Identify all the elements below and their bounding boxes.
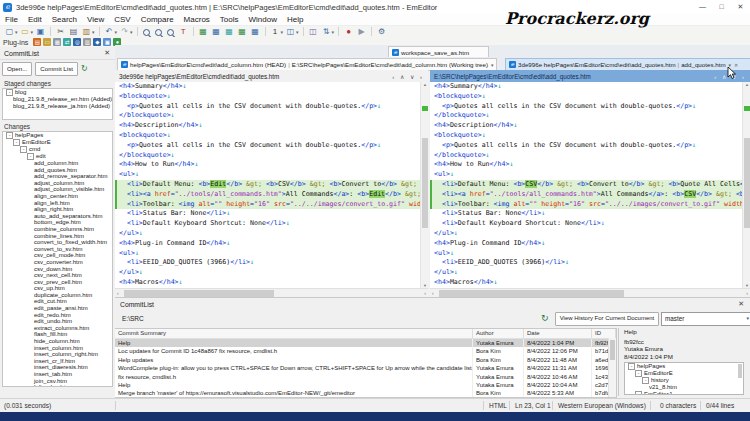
- csv-user-icon[interactable]: ▦: [224, 27, 235, 37]
- tree-file[interactable]: insert_tab.htm: [3, 371, 112, 378]
- code-line[interactable]: <h4>Plug-in Command ID</h4>↓: [115, 239, 420, 249]
- code-line[interactable]: <h4>How to Run</h4>↓: [115, 160, 420, 170]
- table-row[interactable]: HelpYutaka Emura8/4/2022 1:04 PMfb92fcc: [115, 339, 616, 347]
- refresh-icon[interactable]: ↻: [81, 63, 88, 75]
- menu-tools[interactable]: Tools: [215, 14, 244, 25]
- plugin-icon-6[interactable]: ▥: [83, 38, 91, 46]
- workspace-icon[interactable]: ◫: [285, 27, 296, 37]
- minimize-button[interactable]: —: [693, 0, 712, 14]
- code-line[interactable]: </blockquote>↓: [115, 111, 420, 121]
- scroll-thumb[interactable]: [422, 138, 428, 228]
- menu-search[interactable]: Search: [47, 14, 82, 25]
- code-line[interactable]: <li>EEID_ADD_QUOTES (3966)</li>↓: [430, 258, 742, 268]
- status-cursor-position[interactable]: Ln 23, Col 1: [515, 399, 551, 412]
- status-syntax[interactable]: HTML: [489, 399, 507, 412]
- tree-file[interactable]: duplicate_column.htm: [3, 292, 112, 299]
- csv-mode-icon[interactable]: ▦: [237, 27, 248, 37]
- tree-file[interactable]: edit_cut.htm: [3, 298, 112, 305]
- tree-file[interactable]: adjust_column_visible.htm: [3, 186, 112, 193]
- compare-icon[interactable]: ◫: [308, 27, 319, 37]
- code-line[interactable]: <p>Quotes all cells in the CSV document …: [115, 102, 420, 112]
- code-line[interactable]: </blockquote>↓: [115, 151, 420, 161]
- code-line[interactable]: <li>Status Bar: None</li>↓: [115, 209, 420, 219]
- column-header-commit-summary[interactable]: Commit Summary: [115, 329, 473, 338]
- code-line[interactable]: <h4>Macros</h4>↓: [430, 278, 742, 288]
- code-line[interactable]: <blockquote>↓: [115, 92, 420, 102]
- tree-folder[interactable]: -EmEditorE: [625, 370, 743, 377]
- replace-icon[interactable]: [155, 29, 162, 36]
- code-line[interactable]: <ul>↓: [430, 249, 742, 259]
- dropdown-caret-icon[interactable]: ▾: [296, 27, 299, 37]
- pane-header-right[interactable]: E:\SRC\helpPages\EmEditorE\cmd\edit\add_…: [430, 70, 750, 82]
- status-encoding[interactable]: Western European (Windows): [558, 399, 646, 412]
- code-line[interactable]: <ul>↓: [115, 170, 420, 180]
- code-line[interactable]: </ul>↓: [115, 268, 420, 278]
- table-row[interactable]: HelpYutaka Emura8/4/2022 10:04 AMc2d72e6: [115, 381, 616, 389]
- undo-icon[interactable]: ↶: [104, 27, 115, 37]
- code-line[interactable]: <p>Quotes all cells in the CSV document …: [430, 102, 742, 112]
- dropdown-caret-icon[interactable]: ▾: [332, 27, 335, 37]
- collapse-toggle-icon[interactable]: -: [13, 139, 20, 146]
- dropdown-caret-icon[interactable]: ▾: [115, 27, 118, 37]
- column-header-id[interactable]: ID: [592, 329, 616, 338]
- record-macro-icon[interactable]: ●: [343, 27, 354, 37]
- open-file-icon[interactable]: ▭: [20, 27, 31, 37]
- menu-help[interactable]: Help: [282, 14, 308, 25]
- code-line[interactable]: </ul>↓: [115, 229, 420, 239]
- tree-file[interactable]: hide_column.htm: [3, 338, 112, 345]
- code-line[interactable]: </ul>↓: [430, 268, 742, 278]
- menu-compare[interactable]: Compare: [136, 14, 179, 25]
- code-line[interactable]: <p>Quotes all cells in the CSV document …: [115, 141, 420, 151]
- table-row[interactable]: fix resource, cmdlist.hYutaka Emura8/4/2…: [115, 373, 616, 381]
- branch-select[interactable]: master▾: [661, 312, 750, 326]
- vertical-scrollbar-right[interactable]: ▲ ▼: [742, 82, 750, 288]
- collapse-toggle-icon[interactable]: -: [635, 370, 642, 377]
- tree-file[interactable]: align_left.htm: [3, 200, 112, 207]
- tree-file[interactable]: auto_add_separators.htm: [3, 213, 112, 220]
- code-line-changed[interactable]: <li>Default Menu: <b>CSV</b> &gt; <b>Con…: [430, 180, 742, 190]
- tree-file[interactable]: convert_to_sv.htm: [3, 246, 112, 253]
- tree-file[interactable]: csv_up.htm: [3, 285, 112, 292]
- scroll-thumb[interactable]: [738, 364, 742, 378]
- tree-folder[interactable]: -EmEditorJ: [625, 391, 743, 395]
- find-in-files-icon[interactable]: [167, 29, 174, 36]
- table-row[interactable]: Merge branch 'master' of https://emuraso…: [115, 389, 616, 397]
- code-line[interactable]: <h4>Plug-in Command ID</h4>↓: [430, 239, 742, 249]
- tree-folder[interactable]: -cmd: [3, 146, 112, 153]
- collapse-toggle-icon[interactable]: -: [20, 146, 27, 153]
- plugin-icon-3[interactable]: ▦: [53, 38, 61, 46]
- code-line-changed[interactable]: <li>Toolbar: <img alt="" height="16" src…: [115, 200, 420, 210]
- find-icon[interactable]: [143, 29, 150, 36]
- tree-folder[interactable]: -EmEditorE: [3, 139, 112, 146]
- heading-icon[interactable]: 1: [270, 27, 281, 37]
- code-line-changed[interactable]: <li><a href="../tools/all_commands.htm">…: [115, 190, 420, 200]
- collapse-toggle-icon[interactable]: -: [628, 363, 635, 370]
- redo-icon[interactable]: ↷: [119, 27, 130, 37]
- plugin-icon-8[interactable]: ▣: [103, 38, 111, 46]
- tree-file[interactable]: flash_fill.htm: [3, 331, 112, 338]
- open-button[interactable]: Open...: [2, 62, 32, 76]
- code-line[interactable]: <blockquote>↓: [115, 131, 420, 141]
- tree-file[interactable]: csv_cell_mode.htm: [3, 252, 112, 259]
- code-line[interactable]: <ul>↓: [115, 249, 420, 259]
- tree-folder[interactable]: -edit: [3, 153, 112, 160]
- code-line[interactable]: <h4>Macros</h4>↓: [115, 278, 420, 288]
- tree-file[interactable]: blog_21.9.8_release_ja.htm (Added): [3, 103, 112, 110]
- cell-mode-icon[interactable]: ▦: [250, 27, 261, 37]
- tree-file[interactable]: edit_redo.htm: [3, 312, 112, 319]
- collapse-toggle-icon[interactable]: -: [642, 377, 649, 384]
- menu-file[interactable]: File: [0, 14, 23, 25]
- view-history-button[interactable]: View History For Current Document: [555, 312, 659, 326]
- code-line[interactable]: </blockquote>↓: [430, 111, 742, 121]
- menu-macros[interactable]: Macros: [179, 14, 215, 25]
- scroll-thumb[interactable]: [124, 290, 274, 297]
- commit-list-button[interactable]: Commit List: [35, 62, 78, 76]
- save-icon[interactable]: ▣: [35, 27, 46, 37]
- scroll-thumb[interactable]: [610, 340, 615, 360]
- collapse-toggle-icon[interactable]: -: [27, 153, 34, 160]
- code-line[interactable]: <li>EEID_ADD_QUOTES (3966)</li>↓: [115, 258, 420, 268]
- tree-file[interactable]: align_center.htm: [3, 193, 112, 200]
- editor-pane-left[interactable]: <h4>Summary</h4>↓<blockquote>↓ <p>Quotes…: [115, 82, 420, 288]
- tree-file[interactable]: combine_columns.htm: [3, 226, 112, 233]
- table-row[interactable]: Help updatesBora Kim8/4/2022 11:48 AMa6e…: [115, 356, 616, 364]
